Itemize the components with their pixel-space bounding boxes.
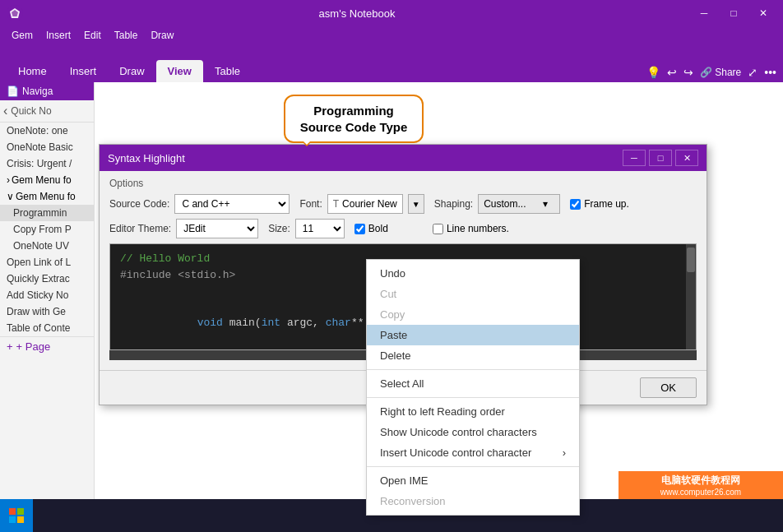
sidebar-header-label: Naviga (22, 86, 53, 97)
ctx-open-ime[interactable]: Open IME (367, 470, 579, 491)
svg-rect-2 (9, 508, 16, 515)
sidebar-item-open-link[interactable]: Open Link of L (0, 254, 94, 271)
watermark-line2: www.computer26.com (623, 488, 778, 497)
sidebar-item-table-of[interactable]: Table of Conte (0, 320, 94, 336)
dialog-minimize-button[interactable]: ─ (623, 150, 646, 166)
font-dropdown-button[interactable]: ▼ (408, 194, 424, 214)
editor-theme-label: Editor Theme: (109, 223, 171, 234)
menu-edit[interactable]: Edit (79, 28, 106, 43)
shaping-display: Custom... ▾ (478, 194, 560, 214)
window-controls: ─ □ ✕ (691, 3, 776, 23)
callout-bubble: Programming Source Code Type (284, 95, 424, 143)
dialog-title: Syntax Highlight (108, 152, 185, 164)
sidebar-item-copy-from[interactable]: Copy From P (0, 221, 94, 238)
line-numbers-group: Line numbers. (433, 223, 509, 234)
ctx-paste[interactable]: Paste (367, 325, 579, 345)
undo-icon[interactable]: ↩ (667, 66, 677, 79)
menu-insert[interactable]: Insert (41, 28, 76, 43)
source-code-group: Source Code: C and C++ Java Python (109, 194, 290, 214)
add-page-label: + Page (16, 340, 51, 353)
ctx-delete[interactable]: Delete (367, 345, 579, 366)
font-group: Font: T Courier New ▼ (299, 194, 424, 214)
context-menu: Undo Cut Copy Paste Delete Select All Ri… (366, 259, 580, 516)
tab-insert[interactable]: Insert (58, 60, 109, 82)
add-page-button[interactable]: + + Page (0, 336, 94, 356)
callout-text: Programming Source Code Type (300, 104, 408, 134)
ctx-show-unicode[interactable]: Show Unicode control characters (367, 422, 579, 442)
sidebar-item-onenote-one[interactable]: OneNote: one (0, 123, 94, 139)
tab-view[interactable]: View (156, 60, 203, 82)
redo-icon[interactable]: ↪ (683, 66, 693, 79)
share-icon[interactable]: 🔗 Share (700, 67, 741, 78)
sidebar-items: OneNote: one OneNote Basic Crisis: Urgen… (0, 123, 94, 336)
main-layout: 📄 Naviga ‹ Quick No OneNote: one OneNote… (0, 82, 783, 532)
shaping-group: Shaping: Custom... ▾ (434, 194, 560, 214)
frame-up-label: Frame up. (584, 198, 629, 210)
sidebar-label: Gem Menu fo (12, 174, 72, 186)
size-select[interactable]: 11 12 14 (295, 219, 345, 238)
bold-checkbox[interactable] (354, 224, 365, 234)
sidebar-nav: ‹ Quick No (0, 100, 94, 123)
ctx-copy[interactable]: Copy (367, 304, 579, 325)
editor-theme-select[interactable]: JEdit Default (176, 219, 258, 238)
dialog-close-button[interactable]: ✕ (675, 150, 698, 166)
title-bar-left (7, 5, 23, 21)
expand-icon[interactable]: ⤢ (748, 66, 758, 79)
ctx-separator-2 (367, 397, 579, 398)
frame-up-group: Frame up. (570, 198, 629, 210)
frame-up-checkbox[interactable] (570, 199, 581, 210)
tab-draw[interactable]: Draw (108, 60, 155, 82)
bold-group: Bold (354, 223, 388, 234)
menu-gem[interactable]: Gem (7, 28, 38, 43)
sidebar-item-onenote-basic[interactable]: OneNote Basic (0, 139, 94, 155)
dialog-titlebar: Syntax Highlight ─ □ ✕ (100, 145, 707, 171)
shaping-arrow: ▾ (543, 198, 548, 210)
menu-draw[interactable]: Draw (146, 28, 178, 43)
line-numbers-checkbox[interactable] (433, 224, 443, 234)
ctx-undo[interactable]: Undo (367, 263, 579, 284)
line-numbers-label: Line numbers. (447, 223, 509, 234)
collapse-arrow-icon: › (7, 174, 10, 186)
start-button[interactable] (0, 499, 33, 532)
sidebar-item-draw-with[interactable]: Draw with Ge (0, 303, 94, 320)
size-label: Size: (268, 223, 290, 234)
code-scrollbar-right[interactable] (686, 244, 696, 349)
ctx-cut[interactable]: Cut (367, 284, 579, 304)
more-icon[interactable]: ••• (764, 66, 776, 79)
expand-arrow-icon: ∨ (7, 191, 14, 202)
maximize-button[interactable]: □ (720, 3, 747, 23)
ctx-rtl[interactable]: Right to left Reading order (367, 401, 579, 422)
sidebar-item-programming[interactable]: Programmin (0, 205, 94, 221)
sidebar-label: Gem Menu fo (16, 191, 76, 202)
lightbulb-icon[interactable]: 💡 (646, 66, 660, 79)
ctx-insert-unicode-label: Insert Unicode control character (380, 446, 531, 459)
tab-home[interactable]: Home (7, 60, 58, 82)
sidebar-item-crisis[interactable]: Crisis: Urgent / (0, 155, 94, 172)
sidebar-item-add-sticky[interactable]: Add Sticky No (0, 287, 94, 303)
sidebar-item-quickly-extract[interactable]: Quickly Extrac (0, 271, 94, 287)
content-area: Programming Source Code Type Syntax High… (95, 82, 783, 532)
quick-note-label: Quick No (7, 105, 51, 117)
title-bar: asm's Notebook ─ □ ✕ (0, 0, 783, 26)
source-code-label: Source Code: (109, 198, 169, 210)
sidebar-item-gem-menu-1[interactable]: › Gem Menu fo (0, 172, 94, 188)
gem-app-icon (7, 5, 23, 21)
tab-table[interactable]: Table (203, 60, 252, 82)
ctx-reconversion[interactable]: Reconversion (367, 491, 579, 511)
ctx-select-all[interactable]: Select All (367, 373, 579, 394)
ribbon: Home Insert Draw View Table 💡 ↩ ↪ 🔗 Shar… (0, 44, 783, 82)
dialog-maximize-button[interactable]: □ (649, 150, 672, 166)
ribbon-right-icons: 💡 ↩ ↪ 🔗 Share ⤢ ••• (646, 66, 776, 82)
ctx-insert-unicode[interactable]: Insert Unicode control character › (367, 442, 579, 463)
close-button[interactable]: ✕ (750, 3, 776, 23)
source-code-select[interactable]: C and C++ Java Python (174, 194, 290, 214)
ctx-arrow-icon: › (563, 446, 566, 459)
menu-table[interactable]: Table (109, 28, 143, 43)
ok-button[interactable]: OK (640, 377, 697, 398)
minimize-button[interactable]: ─ (691, 3, 717, 23)
svg-rect-3 (17, 508, 24, 515)
scrollbar-thumb (687, 247, 695, 272)
sidebar: 📄 Naviga ‹ Quick No OneNote: one OneNote… (0, 82, 95, 532)
sidebar-item-gem-menu-2[interactable]: ∨ Gem Menu fo (0, 188, 94, 205)
sidebar-item-onenote-uv[interactable]: OneNote UV (0, 238, 94, 254)
